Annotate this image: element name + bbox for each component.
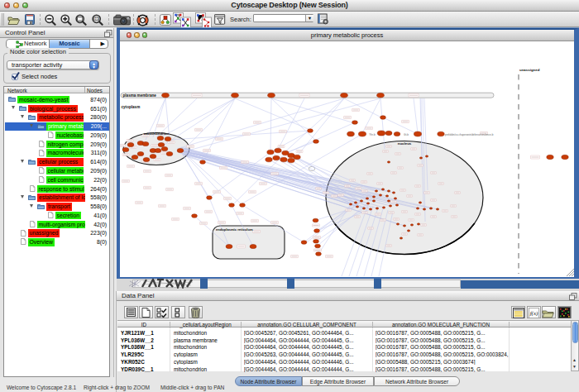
svg-text:f(x): f(x) bbox=[530, 309, 538, 316]
svg-text:mitochondrion: mitochondrion bbox=[144, 131, 170, 136]
svg-text:Gt-b: Gt-b bbox=[404, 133, 409, 136]
svg-text:unassigned: unassigned bbox=[519, 68, 540, 72]
svg-text:prefoldin/co-chaperonin/defens: prefoldin/co-chaperonin/defense/virulenc… bbox=[445, 133, 494, 136]
svg-text:1:1: 1:1 bbox=[94, 17, 98, 21]
svg-text:Yhr-b: Yhr-b bbox=[369, 133, 376, 136]
svg-text:nucleus: nucleus bbox=[398, 141, 412, 146]
svg-text:endoplasmic reticulum: endoplasmic reticulum bbox=[216, 227, 253, 232]
svg-text:cytoplasm: cytoplasm bbox=[122, 105, 141, 109]
svg-text:plasma membrane: plasma membrane bbox=[123, 93, 157, 98]
